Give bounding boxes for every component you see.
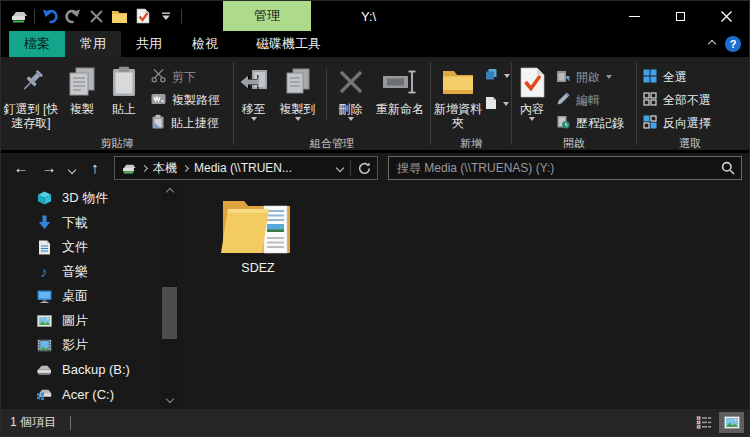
sidebar-item-desktop[interactable]: 桌面	[1, 284, 161, 309]
sidebar-item-videos[interactable]: 影片	[1, 333, 161, 358]
select-all-icon	[643, 69, 657, 86]
paste-shortcut-label: 貼上捷徑	[171, 115, 219, 132]
videos-icon	[36, 339, 52, 352]
thumbnail-view-icon	[724, 416, 740, 429]
refresh-icon[interactable]	[358, 162, 371, 175]
history-button[interactable]: 歷程記錄	[556, 113, 624, 133]
copy-path-button[interactable]: 複製路徑	[151, 90, 220, 110]
copy-to-button[interactable]: 複製到	[273, 60, 322, 138]
minimize-icon	[629, 16, 640, 17]
move-to-button[interactable]: 移至	[234, 60, 273, 138]
invert-selection-button[interactable]: 反向選擇	[643, 113, 711, 133]
tab-view[interactable]: 檢視	[177, 31, 233, 57]
file-explorer-window: 管理 Y:\ 檔案 常用 共用 檢視 磁碟機工具 ?	[0, 0, 750, 437]
delete-toolbar-button[interactable]	[88, 6, 104, 26]
navigation-pane: 3D 物件 下載 文件 ♪ 音樂	[1, 183, 161, 408]
edit-icon	[556, 92, 570, 109]
select-none-button[interactable]: 全部不選	[643, 90, 711, 110]
group-label-new: 新增	[431, 136, 511, 151]
copy-button[interactable]: 複製	[61, 60, 103, 138]
folder-item-sdez[interactable]: SDEZ	[216, 195, 300, 275]
breadcrumb-current-folder[interactable]: Media (\\TRUEN...	[194, 161, 292, 175]
copy-label: 複製	[70, 102, 94, 116]
drive-icon	[10, 6, 27, 26]
tab-share[interactable]: 共用	[121, 31, 177, 57]
tab-file[interactable]: 檔案	[9, 31, 65, 57]
window-title: Y:\	[361, 1, 376, 31]
scroll-down-arrow[interactable]	[161, 394, 178, 408]
breadcrumb-this-pc[interactable]: 本機	[153, 160, 177, 177]
rename-button[interactable]: 重新命名	[370, 60, 430, 138]
new-folder-button[interactable]: 新增資料夾	[431, 60, 485, 138]
close-button[interactable]	[703, 1, 749, 31]
group-label-open: 開啟	[512, 136, 636, 151]
copy-path-label: 複製路徑	[172, 92, 220, 109]
search-icon	[721, 161, 735, 175]
sidebar-item-3d-objects[interactable]: 3D 物件	[1, 186, 161, 211]
forward-button[interactable]: →	[36, 157, 62, 179]
thumbnail-view-button[interactable]	[719, 412, 744, 433]
toolbar-separator	[181, 9, 182, 24]
copy-to-label: 複製到	[280, 102, 316, 116]
easy-access-button[interactable]	[485, 66, 510, 86]
group-label-select: 選取	[637, 136, 743, 151]
address-dropdown-icon[interactable]	[336, 164, 344, 172]
properties-toolbar-button[interactable]	[135, 6, 151, 26]
redo-button[interactable]	[65, 6, 81, 26]
rename-label: 重新命名	[376, 102, 424, 116]
select-small-buttons: 全選 全部不選 反向選擇	[643, 60, 711, 138]
sidebar-item-backup-drive[interactable]: Backup (B:)	[1, 358, 161, 383]
new-folder-toolbar-button[interactable]	[111, 6, 128, 26]
undo-button[interactable]	[42, 6, 58, 26]
pin-to-quick-access-button[interactable]: 釘選到 [快速存取]	[1, 60, 61, 138]
quick-access-toolbar	[1, 6, 182, 26]
title-bar: 管理 Y:\	[1, 1, 749, 31]
scroll-up-arrow[interactable]	[161, 183, 178, 197]
paste-shortcut-button[interactable]: 貼上捷徑	[151, 113, 220, 133]
back-button[interactable]: ←	[8, 157, 34, 179]
select-none-icon	[643, 92, 657, 109]
search-box[interactable]	[388, 156, 742, 180]
open-small-buttons: 開啟 編輯 歷程記錄	[556, 60, 624, 138]
tab-drive-tools[interactable]: 磁碟機工具	[241, 31, 336, 57]
delete-button[interactable]: 刪除	[331, 60, 370, 138]
help-icon[interactable]: ?	[725, 36, 741, 52]
sidebar-item-system-drive[interactable]: Acer (C:)	[1, 382, 161, 407]
tab-home[interactable]: 常用	[65, 31, 121, 57]
rename-icon	[382, 64, 418, 100]
main-area: 3D 物件 下載 文件 ♪ 音樂	[1, 183, 749, 408]
new-item-dropdown-icon	[503, 102, 509, 106]
history-label: 歷程記錄	[576, 115, 624, 132]
group-label-clipboard: 剪貼簿	[1, 136, 233, 151]
minimize-button[interactable]	[611, 1, 657, 31]
file-list-area[interactable]: SDEZ	[178, 183, 749, 408]
details-view-button[interactable]	[691, 412, 716, 433]
recent-locations-dropdown[interactable]	[64, 157, 80, 179]
new-item-button[interactable]	[485, 94, 510, 114]
properties-button[interactable]: 內容	[512, 60, 552, 138]
open-button[interactable]: 開啟	[556, 67, 624, 87]
select-none-label: 全部不選	[663, 92, 711, 109]
scissors-icon	[151, 68, 166, 86]
search-input[interactable]	[389, 161, 741, 175]
edit-button[interactable]: 編輯	[556, 90, 624, 110]
select-all-button[interactable]: 全選	[643, 67, 711, 87]
sidebar-scrollbar[interactable]	[161, 183, 178, 408]
up-button[interactable]: ↑	[82, 157, 108, 179]
address-bar[interactable]: 本機 Media (\\TRUEN...	[114, 156, 378, 180]
new-item-icon	[485, 96, 497, 113]
properties-icon	[520, 64, 545, 100]
minimize-ribbon-icon[interactable]	[708, 40, 716, 48]
sidebar-item-pictures[interactable]: 圖片	[1, 309, 161, 334]
documents-icon	[36, 240, 52, 255]
sidebar-item-downloads[interactable]: 下載	[1, 211, 161, 236]
sidebar-item-data-drive[interactable]: Data (D:)	[1, 407, 161, 409]
paste-button[interactable]: 貼上	[103, 60, 145, 138]
pictures-icon	[36, 315, 52, 327]
cut-button[interactable]: 剪下	[151, 67, 220, 87]
scrollbar-thumb[interactable]	[162, 287, 177, 339]
maximize-button[interactable]	[657, 1, 703, 31]
customize-qat-dropdown[interactable]	[158, 6, 174, 26]
sidebar-item-documents[interactable]: 文件	[1, 235, 161, 260]
sidebar-item-music[interactable]: ♪ 音樂	[1, 260, 161, 285]
